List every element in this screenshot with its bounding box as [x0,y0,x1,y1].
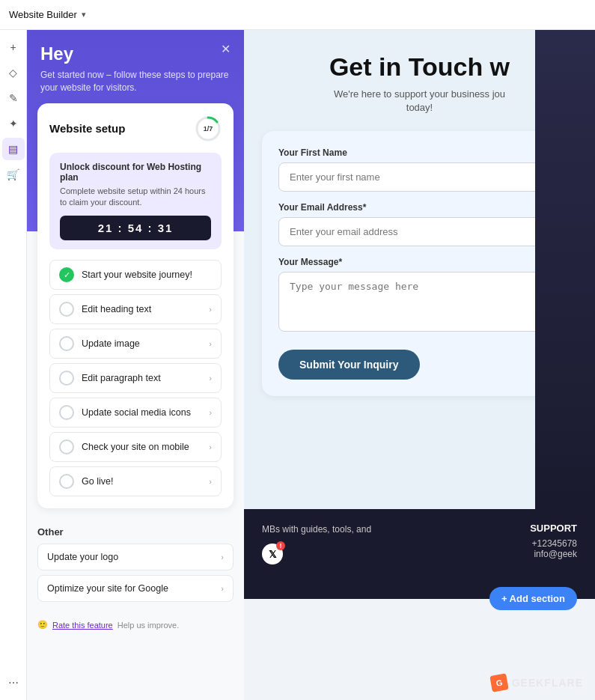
social-x-icon[interactable]: 𝕏 [262,544,283,564]
footer-section: MBs with guides, tools, and 𝕏 SUPPORT +1… [244,509,595,599]
form-group-email: Your Email Address* [278,202,561,246]
sidebar-icon-cart[interactable]: 🛒 [2,163,25,186]
setup-panel: ✕ Hey Get started now – follow these ste… [27,30,244,700]
contact-subtext: We're here to support your business jout… [262,88,577,115]
message-textarea[interactable] [278,272,561,332]
add-section-button[interactable]: + Add section [489,587,577,610]
email-input[interactable] [278,217,561,246]
other-title: Other [37,526,234,538]
support-email: info@geek [530,549,577,559]
progress-circle: 1/7 [195,115,222,142]
chevron-right-icon: › [209,305,212,314]
check-label: Edit paragraph text [82,373,209,383]
form-group-message: Your Message* [278,257,561,335]
chevron-right-icon: › [221,553,224,561]
check-circle-empty [59,474,74,489]
check-label: Edit heading text [82,304,209,314]
checklist-item-paragraph[interactable]: Edit paragraph text › [49,363,222,393]
discount-desc: Complete website setup within 24 hours t… [60,186,211,209]
chevron-right-icon: › [209,374,212,383]
checklist: ✓ Start your website journey! Edit headi… [49,260,222,496]
contact-form-card: Your First Name Your Email Address* Your… [262,131,577,396]
support-title: SUPPORT [530,523,577,534]
email-label: Your Email Address* [278,202,561,213]
close-icon[interactable]: ✕ [217,40,234,57]
check-circle-empty [59,439,74,454]
footer-content: MBs with guides, tools, and 𝕏 SUPPORT +1… [262,523,577,564]
check-label: Check your site on mobile [82,442,209,452]
check-circle-empty [59,302,74,317]
check-circle-empty [59,371,74,386]
left-sidebar: + ◇ ✎ ✦ ▤ 🛒 ⋯ [0,30,27,700]
chevron-right-icon: › [209,442,212,451]
setup-card: Website setup 1/7 Unlock discount for We… [37,103,234,509]
sidebar-icon-shapes[interactable]: ◇ [2,61,25,84]
check-label: Update image [82,338,209,349]
top-bar: Website Builder ▾ [0,0,595,30]
check-circle-empty [59,405,74,420]
geekflare-name: GEEKFLARE [512,677,583,689]
contact-heading: Get in Touch w [262,52,577,82]
checklist-item-mobile[interactable]: Check your site on mobile › [49,432,222,462]
sidebar-icon-sparkle[interactable]: ✦ [2,112,25,135]
footer-support: SUPPORT +12345678 info@geek [530,523,577,559]
checklist-item-heading[interactable]: Edit heading text › [49,294,222,324]
footer-left: MBs with guides, tools, and 𝕏 [262,523,530,564]
checklist-item-image[interactable]: Update image › [49,329,222,359]
message-label: Your Message* [278,257,561,267]
chevron-right-icon: › [221,584,224,593]
checklist-item-start[interactable]: ✓ Start your website journey! [49,260,222,290]
check-label: Update social media icons [82,407,209,418]
progress-label: 1/7 [204,125,213,133]
first-name-input[interactable] [278,162,561,192]
other-item-logo[interactable]: Update your logo › [37,544,234,570]
sidebar-icon-pen[interactable]: ✎ [2,87,25,109]
chevron-right-icon: › [209,408,212,417]
form-group-name: Your First Name [278,147,561,192]
setup-title: Website setup [49,122,125,135]
main-content: Get in Touch w We're here to support you… [244,30,595,700]
sidebar-icon-panel[interactable]: ▤ [2,138,25,160]
dark-image-area [535,30,595,509]
submit-button[interactable]: Submit Your Inquiry [278,350,420,380]
chevron-right-icon: › [209,477,212,486]
discount-title: Unlock discount for Web Hosting plan [60,162,211,183]
other-label: Update your logo [47,552,221,562]
app-title: Website Builder [9,9,77,20]
geekflare-brand: G GEEKFLARE [491,675,583,691]
setup-card-header: Website setup 1/7 [49,115,222,142]
panel-subtitle: Get started now – follow these steps to … [40,69,231,94]
rate-link[interactable]: Rate this feature [52,621,113,630]
chevron-down-icon[interactable]: ▾ [82,10,86,19]
check-label: Start your website journey! [82,270,212,280]
other-label: Optimize your site for Google [47,583,221,594]
panel-greeting: Hey [40,43,231,64]
support-phone: +12345678 [530,538,577,549]
panel-header: ✕ Hey Get started now – follow these ste… [27,30,244,103]
check-circle-empty [59,336,74,351]
other-item-google[interactable]: Optimize your site for Google › [37,575,234,602]
check-circle-done: ✓ [59,267,74,282]
check-label: Go live! [82,476,209,487]
first-name-label: Your First Name [278,147,561,158]
contact-section: Get in Touch w We're here to support you… [244,30,595,509]
rate-feature: 🙂 Rate this feature Help us improve. [27,617,244,640]
smiley-icon: 🙂 [37,620,48,630]
rate-suffix: Help us improve. [118,621,180,630]
checklist-item-golive[interactable]: Go live! › [49,466,222,496]
other-section: Other Update your logo › Optimize your s… [27,519,244,617]
footer-body-text: MBs with guides, tools, and [262,523,530,536]
discount-banner: Unlock discount for Web Hosting plan Com… [49,153,222,250]
sidebar-icon-add[interactable]: + [2,36,25,58]
geekflare-logo: G [489,673,508,692]
countdown-timer: 21 : 54 : 31 [60,216,211,240]
chevron-right-icon: › [209,339,212,348]
checklist-item-social[interactable]: Update social media icons › [49,398,222,427]
sidebar-icon-more[interactable]: ⋯ [2,672,25,694]
